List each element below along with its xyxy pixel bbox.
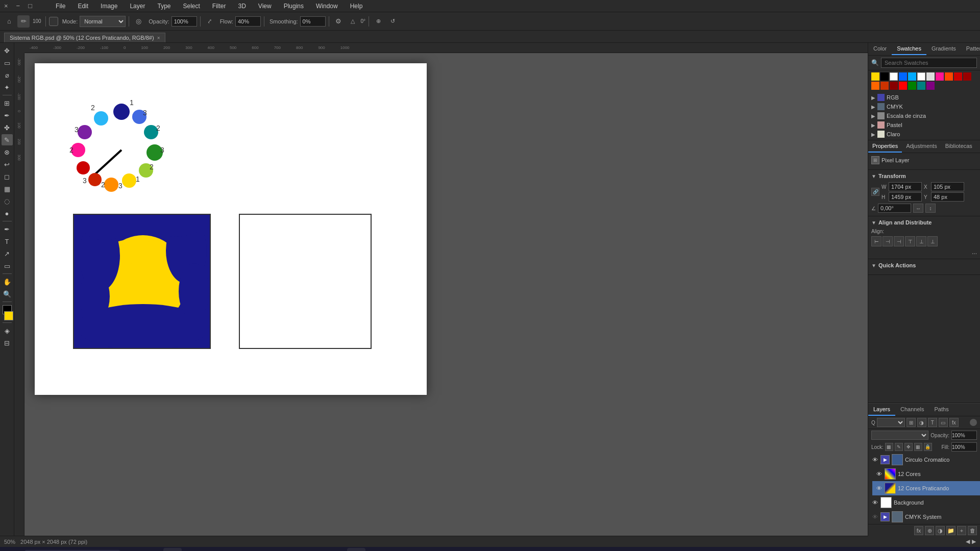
photoshop-app[interactable]: Ps bbox=[347, 548, 365, 551]
layer-item-circulo[interactable]: 👁 ▶ Circulo Cromatico bbox=[868, 453, 980, 467]
align-top-edge-btn[interactable]: ⊤ bbox=[905, 236, 915, 246]
swatch-group-escala[interactable]: ▶ Escala de cinza bbox=[871, 111, 977, 120]
rotate-icon[interactable]: ↺ bbox=[386, 15, 399, 28]
filter-effect-btn[interactable]: fx bbox=[949, 418, 959, 427]
opacity-input[interactable] bbox=[172, 16, 197, 27]
menu-3d[interactable]: 3D bbox=[236, 2, 248, 11]
history-brush-tool[interactable]: ↩ bbox=[2, 159, 13, 170]
layer-vis-background[interactable]: 👁 bbox=[871, 499, 878, 506]
add-group-btn[interactable]: 📁 bbox=[946, 526, 955, 535]
blend-mode-select[interactable]: Normal bbox=[871, 431, 928, 440]
home-tool[interactable]: ⌂ bbox=[3, 15, 15, 28]
swatch-teal[interactable] bbox=[917, 82, 925, 90]
magic-wand-tool[interactable]: ✦ bbox=[2, 82, 13, 93]
window-close-btn[interactable]: × bbox=[4, 2, 8, 10]
add-style-btn[interactable]: fx bbox=[914, 526, 923, 535]
lock-image-btn[interactable]: ✎ bbox=[895, 443, 903, 451]
x-input[interactable] bbox=[931, 182, 964, 191]
settings-icon[interactable]: ⚙ bbox=[332, 15, 345, 28]
stamp-tool[interactable]: ⊗ bbox=[2, 146, 13, 158]
swatch-white[interactable] bbox=[890, 72, 898, 81]
doc-tab[interactable]: Sistema RGB.psd @ 50% (12 Cores Pratican… bbox=[4, 33, 165, 42]
photoshop-canvas[interactable]: 1 3 2 3 2 1 3 2 3 2 3 2 bbox=[35, 63, 427, 395]
flip-h-btn[interactable]: ↔ bbox=[913, 204, 923, 213]
layer-vis-praticando[interactable]: 👁 bbox=[875, 485, 883, 492]
filter-text-btn[interactable]: T bbox=[928, 418, 937, 427]
spotify-app[interactable]: ♫ bbox=[204, 548, 223, 551]
swatch-maroon[interactable] bbox=[963, 72, 971, 81]
unknown-app5[interactable]: 📄 bbox=[388, 548, 406, 551]
fill-input[interactable] bbox=[951, 442, 977, 452]
brush-tool[interactable]: ✏ bbox=[17, 15, 30, 28]
layer-item-12cores-praticando[interactable]: 👁 12 Cores Praticando bbox=[872, 481, 980, 495]
filter-adj-btn[interactable]: ◑ bbox=[917, 418, 926, 427]
background-color[interactable] bbox=[4, 311, 13, 320]
swatch-blue[interactable] bbox=[899, 72, 907, 81]
add-mask-btn[interactable]: ⊕ bbox=[925, 526, 934, 535]
menu-edit[interactable]: Edit bbox=[76, 2, 90, 11]
path-select-tool[interactable]: ↗ bbox=[2, 248, 13, 259]
shape-tool[interactable]: ▭ bbox=[2, 260, 13, 271]
align-center-v-btn[interactable]: ⊥ bbox=[916, 236, 926, 246]
window-max-btn[interactable]: □ bbox=[28, 2, 32, 10]
opacity-mask-toggle[interactable] bbox=[49, 17, 58, 26]
align-left-edge-btn[interactable]: ⊢ bbox=[871, 236, 881, 246]
filter-toggle[interactable] bbox=[970, 419, 977, 426]
more-options-icon[interactable]: ... bbox=[972, 248, 977, 256]
menu-plugins[interactable]: Plugins bbox=[282, 2, 306, 11]
align-bottom-edge-btn[interactable]: ⊥ bbox=[927, 236, 938, 246]
menu-image[interactable]: Image bbox=[99, 2, 119, 11]
layer-item-cmyk[interactable]: 👁 ▶ CMYK System bbox=[868, 510, 980, 524]
menu-window[interactable]: Window bbox=[314, 2, 340, 11]
crop-tool[interactable]: ⊞ bbox=[2, 97, 13, 109]
hand-tool[interactable]: ✋ bbox=[2, 276, 13, 287]
swatch-red[interactable] bbox=[899, 82, 907, 90]
unknown-app4[interactable]: 📋 bbox=[368, 548, 386, 551]
task-view-btn[interactable]: ⧉ bbox=[122, 548, 141, 551]
layer-item-background[interactable]: 👁 Background bbox=[868, 495, 980, 510]
align-right-edge-btn[interactable]: ⊣ bbox=[894, 236, 904, 246]
flow-input[interactable] bbox=[235, 16, 261, 27]
tab-bibliotecas[interactable]: Bibliotecas bbox=[941, 140, 976, 153]
layer-vis-cmyk[interactable]: 👁 bbox=[871, 513, 878, 520]
taskmanager-app[interactable]: 📊 bbox=[184, 548, 202, 551]
swatch-dark-maroon[interactable] bbox=[890, 82, 898, 90]
chrome-app[interactable]: 🌐 bbox=[245, 548, 263, 551]
lock-all-btn[interactable]: 🔒 bbox=[924, 443, 932, 451]
unknown-app3[interactable]: 🌿 bbox=[327, 548, 345, 551]
zoom-tool[interactable]: 🔍 bbox=[2, 288, 13, 299]
discord-app[interactable]: 💬 bbox=[225, 548, 243, 551]
lock-artboard-btn[interactable]: ▦ bbox=[914, 443, 922, 451]
doc-tab-close[interactable]: × bbox=[157, 35, 160, 41]
smoothing-input[interactable] bbox=[300, 16, 326, 27]
layer-item-12cores[interactable]: 👁 12 Cores bbox=[872, 467, 980, 481]
layer-vis-12cores[interactable]: 👁 bbox=[875, 470, 883, 478]
swatch-group-cmyk[interactable]: ▶ CMYK bbox=[871, 102, 977, 111]
start-btn[interactable]: ⊞ bbox=[4, 548, 22, 551]
swatches-search-input[interactable] bbox=[881, 58, 977, 68]
swatch-purple[interactable] bbox=[926, 82, 935, 90]
screen-mode-tool[interactable]: ⊟ bbox=[2, 337, 13, 348]
swatch-group-rgb[interactable]: ▶ RGB bbox=[871, 93, 977, 102]
add-adj-btn[interactable]: ◑ bbox=[936, 526, 945, 535]
menu-type[interactable]: Type bbox=[155, 2, 173, 11]
swatch-green[interactable] bbox=[908, 82, 916, 90]
swatch-pink[interactable] bbox=[936, 72, 944, 81]
flow-icon[interactable]: ⤤ bbox=[204, 15, 216, 28]
y-input[interactable] bbox=[931, 192, 964, 202]
layer-vis-circulo[interactable]: 👁 bbox=[871, 456, 878, 463]
photos-app[interactable]: 🖼 bbox=[163, 548, 182, 551]
filter-pixel-btn[interactable]: ⊞ bbox=[906, 418, 916, 427]
kind-filter-select[interactable]: Kind bbox=[877, 418, 905, 427]
angle-input[interactable] bbox=[878, 204, 911, 213]
status-arrow-right[interactable]: ▶ bbox=[972, 538, 976, 545]
tab-patterns[interactable]: Patterns bbox=[961, 43, 980, 55]
tab-adjustments[interactable]: Adjustments bbox=[902, 140, 941, 153]
swatch-dark-red[interactable] bbox=[954, 72, 962, 81]
w-input[interactable] bbox=[889, 182, 922, 191]
filter-shape-btn[interactable]: ▭ bbox=[939, 418, 948, 427]
add-layer-btn[interactable]: + bbox=[957, 526, 966, 535]
tab-gradients[interactable]: Gradients bbox=[926, 43, 961, 55]
swatch-cyan[interactable] bbox=[908, 72, 916, 81]
tab-channels[interactable]: Channels bbox=[895, 404, 929, 416]
